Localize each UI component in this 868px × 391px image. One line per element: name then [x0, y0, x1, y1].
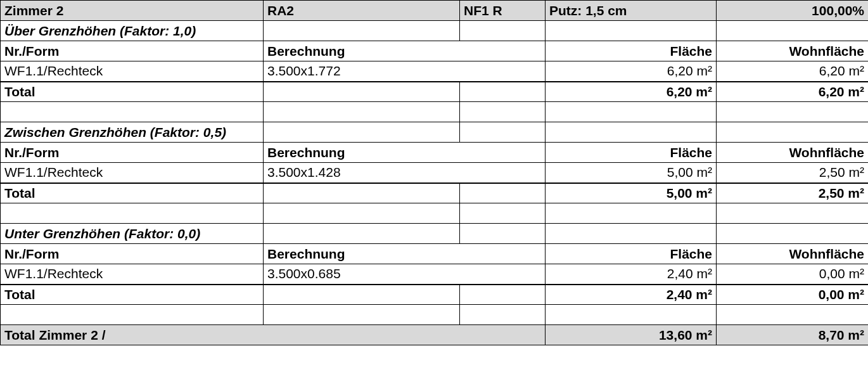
section-title: Zwischen Grenzhöhen (Faktor: 0,5)	[1, 122, 264, 143]
col-header-nr: Nr./Form	[1, 41, 264, 61]
section-total-label: Total	[1, 285, 264, 305]
grand-total-wohn: 8,70 m²	[717, 325, 869, 345]
row-nr: WF1.1/Rechteck	[1, 264, 264, 285]
col-header-nr: Nr./Form	[1, 244, 264, 264]
row-calc: 3.500x1.428	[264, 163, 546, 183]
col-header-wohn: Wohnfläche	[717, 41, 869, 61]
section-total-area: 5,00 m²	[546, 183, 717, 203]
section-total-wohn: 0,00 m²	[717, 285, 869, 305]
header-code: RA2	[264, 1, 460, 21]
row-calc: 3.500x0.685	[264, 264, 546, 285]
header-putz: Putz: 1,5 cm	[546, 1, 717, 21]
grand-total-area: 13,60 m²	[546, 325, 717, 345]
col-header-area: Fläche	[546, 244, 717, 264]
section-title: Über Grenzhöhen (Faktor: 1,0)	[1, 21, 264, 41]
section-total-area: 6,20 m²	[546, 82, 717, 102]
section-total-label: Total	[1, 183, 264, 203]
section-title: Unter Grenzhöhen (Faktor: 0,0)	[1, 224, 264, 244]
section-total-label: Total	[1, 82, 264, 102]
row-area: 2,40 m²	[546, 264, 717, 285]
col-header-wohn: Wohnfläche	[717, 143, 869, 163]
section-total-wohn: 6,20 m²	[717, 82, 869, 102]
col-header-calc: Berechnung	[264, 244, 546, 264]
section-total-wohn: 2,50 m²	[717, 183, 869, 203]
col-header-nr: Nr./Form	[1, 143, 264, 163]
area-calculation-table: Zimmer 2RA2NF1 RPutz: 1,5 cm100,00%Über …	[0, 0, 868, 345]
col-header-calc: Berechnung	[264, 143, 546, 163]
grand-total-label: Total Zimmer 2 /	[1, 325, 546, 345]
row-nr: WF1.1/Rechteck	[1, 163, 264, 183]
header-nf: NF1 R	[460, 1, 546, 21]
row-wohn: 6,20 m²	[717, 61, 869, 82]
row-nr: WF1.1/Rechteck	[1, 61, 264, 82]
header-percent: 100,00%	[717, 1, 869, 21]
section-total-area: 2,40 m²	[546, 285, 717, 305]
col-header-wohn: Wohnfläche	[717, 244, 869, 264]
col-header-calc: Berechnung	[264, 41, 546, 61]
col-header-area: Fläche	[546, 143, 717, 163]
col-header-area: Fläche	[546, 41, 717, 61]
row-area: 6,20 m²	[546, 61, 717, 82]
row-area: 5,00 m²	[546, 163, 717, 183]
row-wohn: 0,00 m²	[717, 264, 869, 285]
row-wohn: 2,50 m²	[717, 163, 869, 183]
row-calc: 3.500x1.772	[264, 61, 546, 82]
header-room: Zimmer 2	[1, 1, 264, 21]
